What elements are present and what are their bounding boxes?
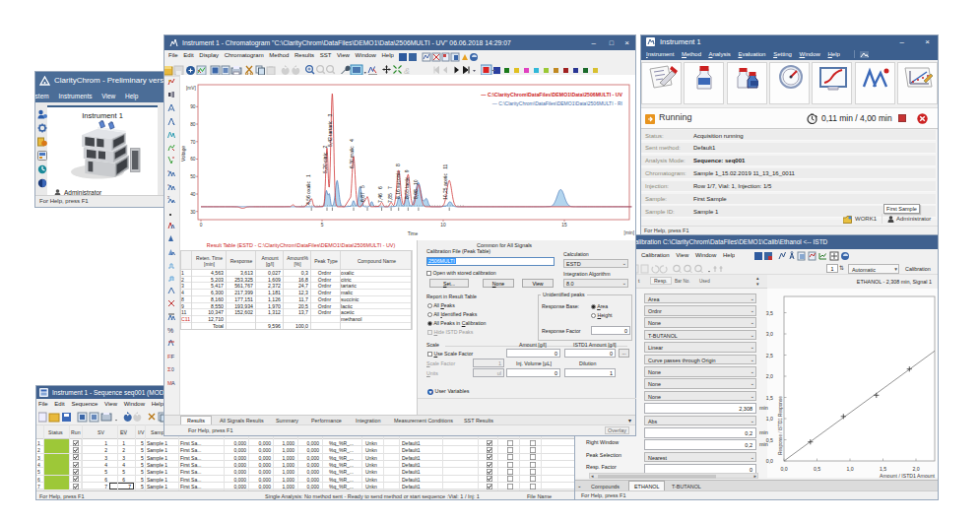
svg-text:1,5: 1,5 — [880, 466, 886, 472]
svg-text:60: 60 — [190, 157, 196, 162]
svg-text:0: 0 — [200, 223, 203, 228]
svg-text:4,56 oxalic 1: 4,56 oxalic 1 — [305, 174, 311, 205]
svg-text:6,87 5: 6,87 5 — [359, 185, 365, 202]
svg-text:80: 80 — [190, 122, 196, 127]
svg-text:0,0: 0,0 — [766, 458, 773, 464]
svg-text:40: 40 — [190, 192, 196, 197]
svg-text:Amount / ISTD1 Amount: Amount / ISTD1 Amount — [880, 473, 935, 479]
svg-text:s: s — [167, 182, 169, 187]
svg-text:A: A — [171, 380, 175, 386]
svg-text:F: F — [171, 354, 175, 359]
svg-text:[min]: [min] — [624, 230, 634, 235]
svg-text:7,85 7: 7,85 7 — [387, 186, 393, 203]
svg-text:— C:\ClarityChrom\DataFiles\DE: — C:\ClarityChrom\DataFiles\DEMO1\Data\2… — [492, 100, 622, 106]
svg-text:s: s — [167, 168, 169, 173]
svg-text:Voltage: Voltage — [181, 146, 186, 162]
svg-text:7,46 6: 7,46 6 — [377, 186, 383, 203]
svg-text:8,16 succinic 8: 8,16 succinic 8 — [395, 163, 401, 199]
svg-text:1,5: 1,5 — [766, 395, 773, 401]
svg-text:1,0: 1,0 — [766, 416, 773, 422]
svg-text:50: 50 — [190, 174, 196, 179]
svg-text:2,0: 2,0 — [766, 373, 773, 379]
svg-text:8,55 lactic 9: 8,55 lactic 9 — [404, 169, 410, 199]
svg-text:6,30 malic 4: 6,30 malic 4 — [349, 139, 355, 168]
svg-text:10,25 acetic 11: 10,25 acetic 11 — [442, 163, 448, 200]
svg-text:1,0: 1,0 — [846, 466, 853, 472]
svg-text:0,0: 0,0 — [780, 466, 787, 472]
svg-text:Time: Time — [408, 231, 419, 236]
svg-text:0,5: 0,5 — [814, 466, 820, 472]
svg-text:2,5: 2,5 — [766, 353, 773, 359]
svg-text:— C:\ClarityChrom\DataFiles\DE: — C:\ClarityChrom\DataFiles\DEMO1\Data\2… — [481, 92, 622, 98]
svg-text:70: 70 — [190, 140, 196, 145]
svg-text:10: 10 — [440, 223, 446, 228]
svg-text:Response / ISTD1 Response: Response / ISTD1 Response — [778, 396, 783, 455]
svg-text:90: 90 — [190, 104, 196, 109]
svg-text:5,20 citric 2: 5,20 citric 2 — [322, 145, 328, 173]
svg-text:2,0: 2,0 — [912, 466, 919, 472]
svg-text:&: & — [404, 66, 410, 76]
svg-text:3,5: 3,5 — [766, 310, 773, 316]
svg-text:30: 30 — [190, 210, 196, 215]
svg-text:5,42 tartaric 3: 5,42 tartaric 3 — [327, 113, 333, 147]
svg-text:[mV]: [mV] — [186, 86, 196, 91]
svg-text:8,98 10: 8,98 10 — [413, 179, 419, 199]
svg-text:%: % — [167, 327, 173, 334]
svg-text:5: 5 — [321, 223, 324, 228]
svg-text:15: 15 — [561, 223, 567, 228]
svg-text:3,0: 3,0 — [766, 331, 773, 337]
svg-text:0: 0 — [171, 366, 174, 372]
